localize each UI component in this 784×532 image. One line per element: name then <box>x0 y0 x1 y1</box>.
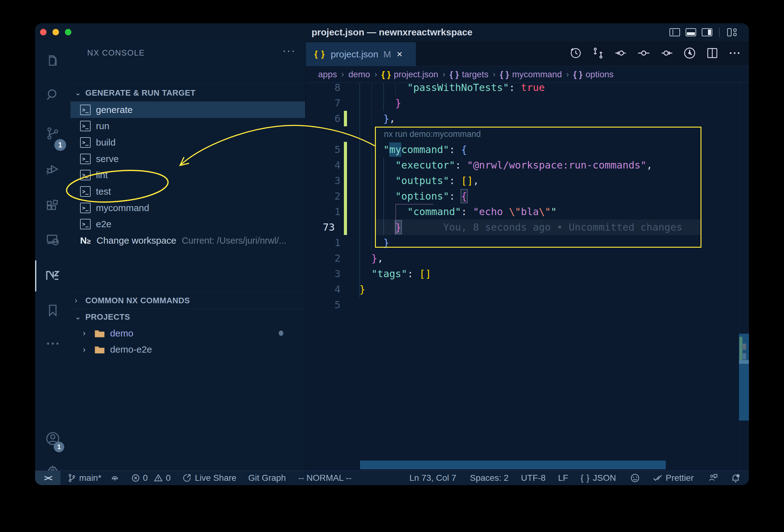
braces-icon: { } <box>573 69 583 79</box>
line-number: 7 <box>306 95 340 111</box>
change-workspace-item[interactable]: N≥Change workspaceCurrent: /Users/juri/n… <box>71 232 305 249</box>
badge: 1 <box>54 442 64 452</box>
status-live-share[interactable]: Live Share <box>182 471 236 485</box>
status-cursor-position[interactable]: Ln 73, Col 7 <box>410 471 456 485</box>
line-number: 5 <box>306 142 340 157</box>
braces-icon: { } <box>500 69 509 79</box>
status-sync[interactable] <box>110 471 120 485</box>
status-problems[interactable]: 00 <box>131 471 171 485</box>
window-title: project.json — newnxreactwrkspace <box>35 23 749 41</box>
tab-close-icon[interactable]: × <box>397 49 402 60</box>
extensions-icon[interactable] <box>35 192 71 221</box>
compare-changes-icon[interactable] <box>591 46 605 61</box>
tab-project-json[interactable]: { } project.json M × <box>306 42 416 66</box>
toggle-sidebar-icon[interactable] <box>670 28 680 36</box>
sidebar-more-icon[interactable]: ··· <box>282 45 296 56</box>
code-line: 3 "tags": [] <box>306 266 749 282</box>
status-notifications[interactable] <box>730 471 741 485</box>
breadcrumb-mycommand[interactable]: { }mycommand <box>500 69 562 80</box>
source-control-icon[interactable]: 1 <box>35 118 71 148</box>
status-encoding[interactable]: UTF-8 <box>521 471 545 485</box>
breadcrumb-project.json[interactable]: { }project.json <box>382 69 438 80</box>
section-generate-run-target[interactable]: ⌄GENERATE & RUN TARGET <box>71 84 305 101</box>
run-debug-icon[interactable] <box>35 154 71 184</box>
status-vim-mode[interactable]: -- NORMAL -- <box>298 471 352 485</box>
code-line: 8 "passWithNoTests": true <box>306 83 749 95</box>
more-actions-icon[interactable] <box>728 46 741 61</box>
status-tweet-feedback[interactable] <box>707 471 718 485</box>
status-git-graph[interactable]: Git Graph <box>248 471 286 485</box>
status-eol[interactable]: LF <box>558 471 568 485</box>
horizontal-scrollbar[interactable] <box>360 460 666 469</box>
target-item-test[interactable]: >_test <box>71 184 305 200</box>
terminal-icon: >_ <box>80 105 91 115</box>
target-item-e2e[interactable]: >_e2e <box>71 216 305 232</box>
breadcrumb-options[interactable]: { }options <box>573 69 614 80</box>
status-language-json[interactable]: { }JSON <box>581 471 616 485</box>
status-prettier[interactable]: Prettier <box>653 471 694 485</box>
chevron-icon: › <box>83 345 86 355</box>
code-editor[interactable]: 8 "passWithNoTests": true7 }6 },nx run d… <box>306 83 749 471</box>
timeline-icon[interactable] <box>569 46 583 61</box>
chevron-icon: ⌄ <box>75 88 82 97</box>
breadcrumb-apps[interactable]: apps <box>318 69 337 80</box>
run-icon[interactable] <box>682 46 697 61</box>
split-editor-icon[interactable] <box>705 46 719 61</box>
bookmarks-icon[interactable] <box>35 296 71 325</box>
section-projects[interactable]: ⌄PROJECTS <box>71 309 305 325</box>
target-item-serve[interactable]: >_serve <box>71 150 305 167</box>
line-number: 3 <box>306 266 340 282</box>
next-change-icon[interactable] <box>660 46 674 61</box>
overview-selection-mark <box>743 353 746 359</box>
status-feedback[interactable] <box>630 471 640 485</box>
nx-logo-icon: N≥ <box>80 235 91 246</box>
breadcrumb-separator: › <box>493 69 496 79</box>
target-item-build[interactable]: >_build <box>71 134 305 150</box>
status-branch[interactable]: main* <box>67 471 102 485</box>
accounts-icon[interactable]: 1 <box>35 424 71 453</box>
code-line: 7 } <box>306 95 749 111</box>
more-icon[interactable] <box>35 329 71 359</box>
toggle-panel-icon[interactable] <box>685 28 696 36</box>
code-line: 6 }, <box>306 111 749 126</box>
active-view-indicator <box>35 260 36 291</box>
open-changes-icon[interactable] <box>637 46 651 61</box>
project-item-demo[interactable]: ›demo <box>71 325 305 341</box>
remote-explorer-icon[interactable] <box>35 225 71 255</box>
remote-indicator[interactable]: >< <box>35 471 60 485</box>
search-icon[interactable] <box>35 80 71 110</box>
terminal-icon: >_ <box>80 137 91 148</box>
project-item-demo-e2e[interactable]: ›demo-e2e <box>71 341 305 358</box>
target-item-generate[interactable]: >_generate <box>71 102 305 118</box>
code-line: 4} <box>306 282 749 297</box>
braces-icon: { } <box>450 69 459 79</box>
previous-change-icon[interactable] <box>614 46 628 61</box>
explorer-icon[interactable] <box>35 46 71 76</box>
activity-bar: 111 <box>35 41 71 471</box>
target-item-run[interactable]: >_run <box>71 118 305 134</box>
code-line: 2 }, <box>306 250 749 266</box>
section-common-nx-commands[interactable]: ›COMMON NX COMMANDS <box>71 292 305 309</box>
target-item-lint[interactable]: >_lint <box>71 167 305 184</box>
breadcrumb-separator: › <box>566 69 569 79</box>
line-number: 8 <box>306 83 340 95</box>
terminal-icon: >_ <box>80 186 91 197</box>
breadcrumbs: apps›demo›{ }project.json›{ }targets›{ }… <box>306 66 749 83</box>
vertical-scrollbar-slider[interactable] <box>739 334 749 421</box>
current-workspace-path: Current: /Users/juri/nrwl/... <box>182 235 286 246</box>
line-number: 2 <box>306 250 340 266</box>
nx-console-icon[interactable] <box>35 260 71 290</box>
terminal-icon: >_ <box>80 170 91 180</box>
line-number: 3 <box>306 173 340 188</box>
breadcrumb-separator: › <box>341 69 344 79</box>
folder-icon <box>94 329 105 338</box>
terminal-icon: >_ <box>80 121 91 131</box>
toggle-secondary-sidebar-icon[interactable] <box>702 28 712 36</box>
breadcrumb-targets[interactable]: { }targets <box>450 69 488 80</box>
breadcrumb-separator: › <box>374 69 377 79</box>
status-indentation[interactable]: Spaces: 2 <box>470 471 509 485</box>
target-item-mycommand[interactable]: >_mycommand <box>71 200 305 216</box>
customize-layout-icon[interactable] <box>727 28 738 37</box>
overview-cursor-mark <box>743 344 746 350</box>
breadcrumb-demo[interactable]: demo <box>348 69 370 80</box>
